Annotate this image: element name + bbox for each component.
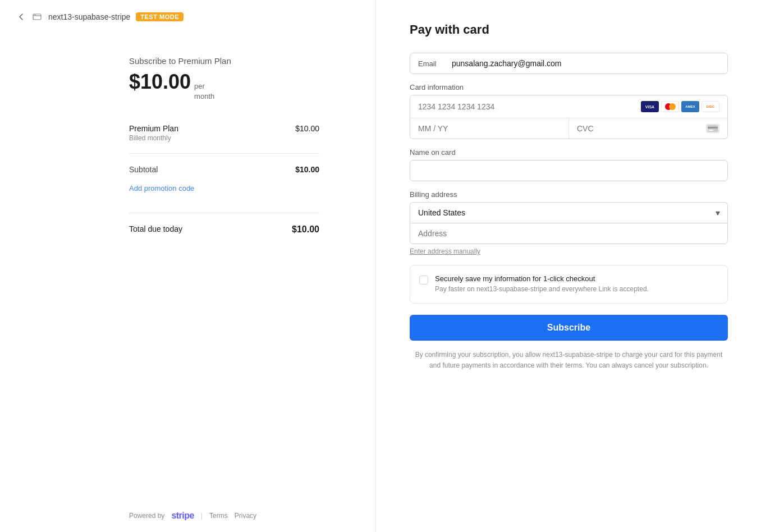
back-button[interactable] [17,12,26,21]
cvc-input[interactable] [577,124,706,133]
browser-icon [31,11,43,22]
name-group: Name on card [410,148,728,181]
footer: Powered by stripe | Terms Privacy [0,499,375,532]
country-wrapper: United States ▾ [410,202,728,223]
subscribe-button[interactable]: Subscribe [410,315,728,341]
terms-link[interactable]: Terms [209,512,228,520]
privacy-link[interactable]: Privacy [235,512,256,520]
divider-1 [129,153,319,154]
order-summary: Subscribe to Premium Plan $10.00 per mon… [0,34,375,499]
email-group: Email [410,53,728,74]
save-info-desc: Pay faster on next13-supabase-stripe and… [435,285,718,294]
left-panel: next13-supabase-stripe TEST MODE Subscri… [0,0,376,532]
card-info-box: VISA AMEX DISC [410,95,728,139]
footer-divider: | [201,512,203,520]
address-input[interactable] [410,223,728,244]
total-label: Total due today [129,224,182,235]
country-value: United States [418,208,465,217]
add-promotion-code-link[interactable]: Add promotion code [129,184,194,192]
card-info-label: Card information [410,83,728,91]
email-input[interactable] [446,59,719,68]
line-item-amount: $10.00 [295,124,319,133]
svg-point-2 [34,15,35,15]
cvc-row [569,118,727,139]
subtotal-row: Subtotal $10.00 [129,165,319,174]
email-label: Email [418,59,446,68]
country-select[interactable]: United States ▾ [410,202,728,223]
save-info-checkbox[interactable] [419,276,428,285]
stripe-logo: stripe [171,511,194,521]
card-icons: VISA AMEX DISC [641,101,719,112]
site-name: next13-supabase-stripe [48,12,130,21]
svg-rect-5 [708,127,718,129]
price-display: $10.00 per month [129,70,319,102]
svg-rect-6 [709,130,713,131]
mastercard-icon [661,101,679,112]
card-number-row: VISA AMEX DISC [410,95,727,118]
total-amount: $10.00 [292,224,319,235]
line-item: Premium Plan Billed monthly $10.00 [129,124,319,142]
save-info-text: Securely save my information for 1-click… [435,274,718,294]
line-item-label: Premium Plan [129,124,178,133]
amex-icon: AMEX [681,101,699,112]
powered-by-text: Powered by [129,512,164,520]
svg-point-3 [35,15,36,15]
card-bottom-row [410,118,727,139]
card-number-input[interactable] [418,102,641,111]
chevron-down-icon: ▾ [716,208,719,217]
pay-title: Pay with card [410,22,728,37]
test-mode-badge: TEST MODE [136,12,184,21]
discover-icon: DISC [702,101,719,112]
enter-address-manually-link[interactable]: Enter address manually [410,247,480,255]
top-bar: next13-supabase-stripe TEST MODE [0,0,375,34]
subscribe-title: Subscribe to Premium Plan [129,56,319,66]
name-label: Name on card [410,148,728,157]
save-info-box: Securely save my information for 1-click… [410,265,728,304]
subtotal-amount: $10.00 [295,165,319,174]
name-input[interactable] [410,160,728,181]
total-row: Total due today $10.00 [129,224,319,235]
card-info-group: Card information VISA AMEX DISC [410,83,728,139]
billing-label: Billing address [410,190,728,199]
cvc-icon [706,124,719,133]
visa-icon: VISA [641,101,659,112]
billing-section: Billing address United States ▾ Enter ad… [410,190,728,256]
price-period: per month [194,81,214,102]
right-panel: Pay with card Email Card information VIS… [376,0,784,532]
price-amount: $10.00 [129,70,191,94]
divider-2 [129,213,319,213]
save-info-title: Securely save my information for 1-click… [435,274,718,283]
subtotal-label: Subtotal [129,165,158,174]
line-item-sublabel: Billed monthly [129,134,178,142]
legal-text: By confirming your subscription, you all… [410,350,728,371]
mm-yy-input[interactable] [410,118,569,139]
